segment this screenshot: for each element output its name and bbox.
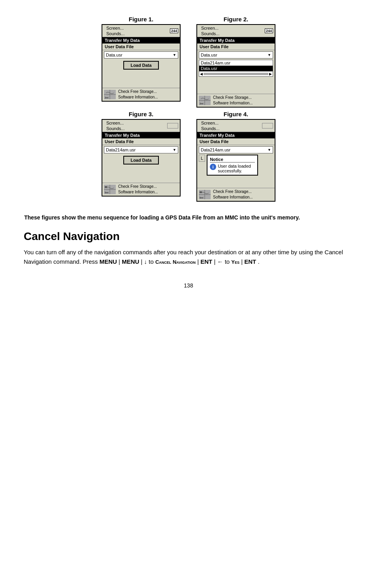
fig3-dropdown-value: Data214am.usr (106, 147, 136, 152)
fig3-screen-bar: Screen... Sounds... (102, 120, 180, 132)
fig1-software-info[interactable]: Software Information... (118, 95, 158, 100)
fig3-sounds-item[interactable]: Sounds... (104, 126, 127, 131)
fig4-menu-items: Screen... Sounds... (199, 120, 222, 131)
svg-text:2mi: 2mi (105, 96, 109, 99)
fig4-l-indicator: L (199, 155, 205, 162)
svg-text:2mi: 2mi (200, 102, 204, 105)
fig4-bottom-menu: Check Free Storage... Software Informati… (213, 189, 253, 200)
fig3-map-icon: 5mi (104, 185, 116, 194)
fig4-notice-area: L Notice i User data loaded successfully… (199, 155, 273, 176)
fig2-subheader: User Data File (197, 43, 275, 50)
fig4-info-icon: i (210, 164, 216, 170)
fig3-bottom-menu: Check Free Storage... Software Informati… (118, 184, 158, 195)
svg-text:5mi: 5mi (105, 191, 109, 194)
fig4-dropdown-value: Data214am.usr (201, 147, 230, 152)
fig4-notice-header: Notice (210, 157, 255, 163)
fig2-sounds-item[interactable]: Sounds... (199, 31, 222, 36)
fig4-spacer (197, 177, 275, 188)
figure-1-wrapper: Figure 1. Screen... Sounds... 244 Transf… (102, 16, 181, 108)
fig4-software-info[interactable]: Software Information... (213, 195, 253, 200)
svg-text:5mi: 5mi (200, 197, 204, 199)
figures-row-bottom: Figure 3. Screen... Sounds... Transfer M… (102, 111, 275, 202)
fig4-battery-indicator (262, 123, 273, 129)
fig2-map-icon: 2mi (199, 96, 211, 105)
fig2-dropdown-arrow: ▼ (268, 53, 271, 57)
fig1-dropdown[interactable]: Data.usr ▼ (104, 51, 178, 59)
fig2-check-storage[interactable]: Check Free Storage... (213, 95, 253, 100)
figure-2-wrapper: Figure 2. Screen... Sounds... 244 Transf… (196, 16, 275, 108)
figures-row-top: Figure 1. Screen... Sounds... 244 Transf… (102, 16, 275, 108)
section-title: Cancel Navigation (24, 230, 353, 243)
figure-3-wrapper: Figure 3. Screen... Sounds... Transfer M… (102, 111, 181, 202)
figures-container: Figure 1. Screen... Sounds... 244 Transf… (24, 16, 353, 205)
fig1-battery: 244 (170, 28, 178, 33)
fig2-scroll-left: ◀ (200, 72, 203, 76)
fig2-dropdown[interactable]: Data.usr ▼ (199, 51, 273, 59)
fig2-list-item-2[interactable]: Data.usr (199, 66, 273, 71)
fig2-transfer-header: Transfer My Data (197, 37, 275, 43)
fig2-scroll-track (204, 73, 268, 75)
fig2-dropdown-list: Data214am.usr Data.usr ◀ ▶ (199, 60, 273, 77)
fig3-transfer-header: Transfer My Data (102, 132, 180, 138)
fig4-notice-text: User data loaded successfully. (218, 164, 255, 173)
fig2-spacer (197, 78, 275, 94)
menu-key-1: MENU (100, 258, 117, 265)
svg-rect-16 (200, 191, 202, 193)
ent-key-1: ENT (200, 258, 212, 265)
fig2-bottom-bar: 2mi Check Free Storage... Software Infor… (197, 94, 275, 107)
fig4-notice-content: i User data loaded successfully. (210, 164, 255, 173)
ent-key-2: ENT (244, 258, 256, 265)
sep-2: | ↓ to (141, 258, 155, 265)
figure-3-label: Figure 3. (129, 111, 154, 117)
fig3-menu-items: Screen... Sounds... (104, 120, 127, 131)
fig1-load-btn[interactable]: Load Data (123, 61, 159, 70)
fig4-screen-item[interactable]: Screen... (199, 120, 222, 126)
fig1-bottom-bar: 2mi Check Free Storage... Software Infor… (102, 88, 180, 101)
fig3-check-storage[interactable]: Check Free Storage... (118, 184, 158, 189)
fig1-sounds-item[interactable]: Sounds... (104, 31, 127, 36)
fig2-screen-item[interactable]: Screen... (199, 25, 222, 31)
figure-1-screen: Screen... Sounds... 244 Transfer My Data… (102, 24, 181, 102)
page-number: 138 (24, 282, 353, 289)
cancel-nav-label: Cancel Navigation (155, 259, 196, 265)
sep-4: | ← to (214, 258, 231, 265)
fig1-check-storage[interactable]: Check Free Storage... (118, 89, 158, 95)
fig4-dropdown-arrow: ▼ (268, 148, 271, 152)
fig3-screen-item[interactable]: Screen... (104, 120, 127, 126)
yes-label: Yes (231, 259, 239, 265)
fig4-check-storage[interactable]: Check Free Storage... (213, 189, 253, 195)
figure-4-screen: Screen... Sounds... Transfer My Data Use… (196, 119, 275, 202)
fig2-menu-items: Screen... Sounds... (199, 25, 222, 36)
fig3-subheader: User Data File (102, 138, 180, 145)
fig3-load-btn[interactable]: Load Data (123, 156, 159, 164)
fig2-list-item-1[interactable]: Data214am.usr (199, 60, 273, 66)
fig4-dropdown[interactable]: Data214am.usr ▼ (199, 146, 273, 153)
figures-caption: These figures show the menu sequence for… (24, 214, 300, 221)
fig1-menu-items: Screen... Sounds... (104, 25, 127, 36)
fig4-subheader: User Data File (197, 138, 275, 145)
fig4-screen-bar: Screen... Sounds... (197, 120, 275, 132)
figure-2-screen: Screen... Sounds... 244 Transfer My Data… (196, 24, 275, 108)
body-text: You can turn off any of the navigation c… (24, 248, 348, 267)
svg-rect-11 (105, 186, 107, 188)
fig4-bottom-bar: 5mi Check Free Storage... Software Infor… (197, 188, 275, 201)
fig1-map-icon: 2mi (104, 90, 116, 99)
fig3-software-info[interactable]: Software Information... (118, 189, 158, 195)
fig1-screen-item[interactable]: Screen... (104, 25, 127, 31)
fig3-battery-indicator (167, 123, 178, 129)
fig1-screen-bar: Screen... Sounds... 244 (102, 25, 180, 37)
fig4-map-icon: 5mi (199, 190, 211, 199)
sep-1: | (119, 258, 122, 265)
fig2-scrollbar: ◀ ▶ (199, 71, 273, 76)
fig3-dropdown-arrow: ▼ (173, 148, 176, 152)
fig2-software-info[interactable]: Software Information... (213, 100, 253, 106)
figure-4-label: Figure 4. (224, 111, 249, 117)
fig4-sounds-item[interactable]: Sounds... (199, 126, 222, 131)
fig2-screen-bar: Screen... Sounds... 244 (197, 25, 275, 37)
fig4-transfer-header: Transfer My Data (197, 132, 275, 138)
figure-3-screen: Screen... Sounds... Transfer My Data Use… (102, 119, 181, 197)
menu-key-2: MENU (122, 258, 139, 265)
figure-4-wrapper: Figure 4. Screen... Sounds... Transfer M… (196, 111, 275, 202)
fig3-bottom-bar: 5mi Check Free Storage... Software Infor… (102, 183, 180, 196)
fig3-dropdown[interactable]: Data214am.usr ▼ (104, 146, 178, 153)
